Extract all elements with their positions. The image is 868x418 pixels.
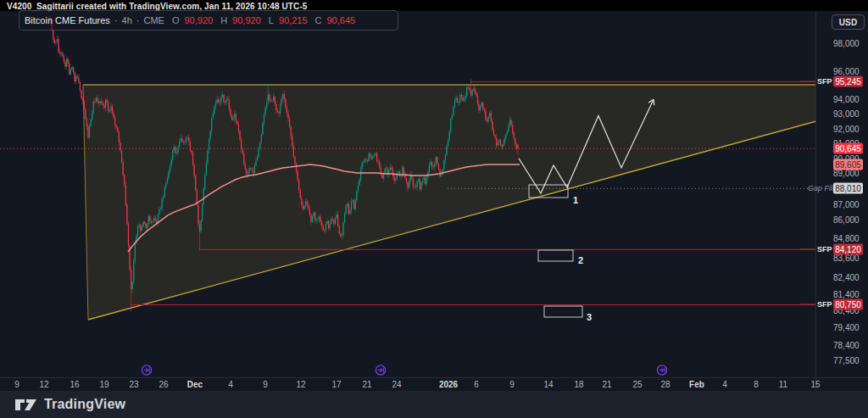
tradingview-logo-icon[interactable] — [15, 398, 37, 411]
target-box-3[interactable]: 3 — [544, 306, 592, 322]
tradingview-logo-text[interactable]: TradingView — [44, 397, 125, 412]
replay-marker-icon[interactable] — [657, 365, 666, 375]
price-axis[interactable] — [815, 11, 868, 391]
brand-bar: TradingView — [0, 391, 868, 418]
tradingview-snapshot: 123 V4200_Sagittarii created with Tradin… — [0, 0, 868, 418]
svg-text:1: 1 — [573, 195, 578, 205]
target-box-2[interactable]: 2 — [538, 250, 583, 265]
ascending-triangle-drawing[interactable] — [83, 85, 815, 320]
svg-text:3: 3 — [587, 312, 592, 322]
chart-canvas[interactable]: 123 — [0, 11, 815, 391]
replay-marker-icon[interactable] — [142, 365, 151, 375]
attribution-text: V4200_Sagittarii created with TradingVie… — [7, 2, 307, 11]
svg-text:2: 2 — [578, 255, 583, 265]
replay-marker-icon[interactable] — [376, 365, 385, 375]
